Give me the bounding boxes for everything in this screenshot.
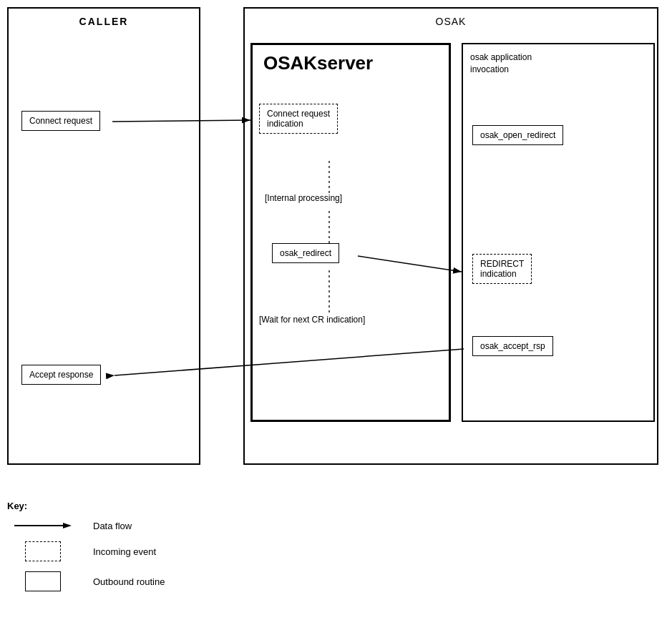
wait-cr-label: [Wait for next CR indication] [259, 315, 365, 325]
osakserver-title: OSAKserver [253, 45, 449, 78]
key-dataflow-label: Data flow [93, 521, 132, 531]
accept-response-box: Accept response [21, 365, 101, 385]
diagram-area: CALLER OSAK OSAKserver osak applicationi… [0, 0, 672, 486]
osak-open-redirect-label: osak_open_redirect [472, 125, 563, 145]
connect-request-label: Connect request [21, 111, 100, 131]
osak-open-redirect-box: osak_open_redirect [472, 125, 563, 145]
connect-request-box: Connect request [21, 111, 100, 131]
osak-accept-rsp-box: osak_accept_rsp [472, 336, 553, 356]
caller-title: CALLER [79, 16, 129, 27]
key-item-dataflow: Data flow [7, 520, 365, 531]
key-incoming-label: Incoming event [93, 546, 156, 557]
key-outbound-label: Outbound routine [93, 576, 165, 587]
key-item-incoming: Incoming event [7, 541, 365, 561]
arrow-icon [14, 520, 72, 531]
app-invocation-label: osak applicationinvocation [463, 44, 653, 79]
key-solid-symbol [7, 571, 79, 591]
svg-marker-9 [63, 523, 72, 528]
solid-rect-icon [25, 571, 61, 591]
osak-redirect-box: osak_redirect [272, 243, 339, 263]
redirect-indication-box: REDIRECTindication [472, 254, 608, 284]
connect-request-indication-label: Connect requestindication [259, 104, 338, 134]
app-invocation-box: osak applicationinvocation [462, 43, 655, 422]
key-item-outbound: Outbound routine [7, 571, 365, 591]
connect-request-indication-box: Connect requestindication [259, 104, 395, 134]
caller-box: CALLER [7, 7, 200, 465]
key-section: Key: Data flow Incoming event Outbound r… [7, 501, 365, 601]
key-arrow-symbol [7, 520, 79, 531]
osak-title: OSAK [436, 16, 467, 27]
osak-accept-rsp-label: osak_accept_rsp [472, 336, 553, 356]
redirect-indication-label: REDIRECTindication [472, 254, 532, 284]
osak-redirect-label: osak_redirect [272, 243, 339, 263]
osakserver-box: OSAKserver [250, 43, 451, 422]
dashed-rect-icon [25, 541, 61, 561]
internal-processing-label: [Internal processing] [265, 193, 342, 203]
accept-response-label: Accept response [21, 365, 101, 385]
key-title: Key: [7, 501, 365, 511]
key-dashed-symbol [7, 541, 79, 561]
